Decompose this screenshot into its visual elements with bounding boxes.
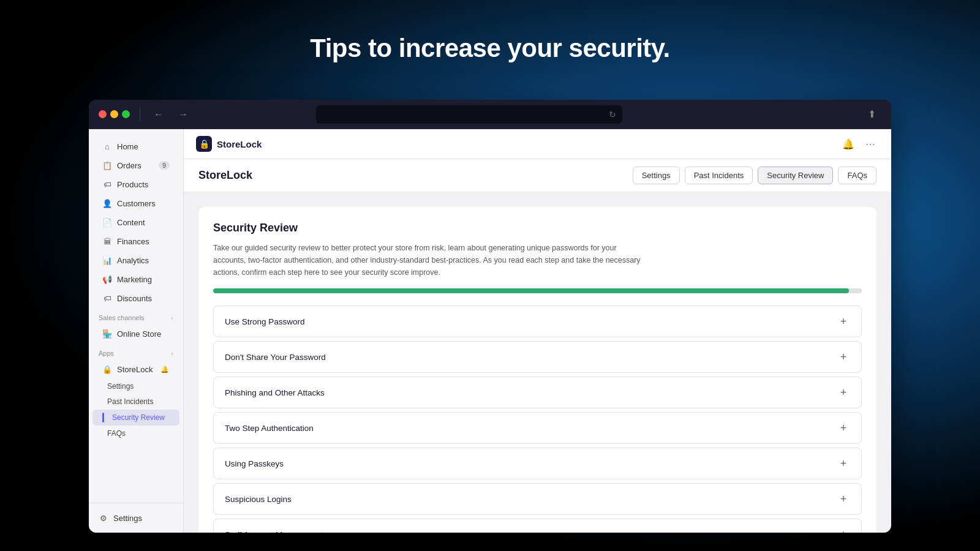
accordion-header-passkeys[interactable]: Using Passkeys + — [214, 448, 861, 479]
finances-icon: 🏛 — [102, 236, 112, 246]
accordion-header-staff-account[interactable]: Staff Account Management + — [214, 519, 861, 533]
app-logo: 🔒 StoreLock — [196, 136, 262, 152]
sidebar-item-label: Products — [117, 180, 148, 189]
page-header: StoreLock Settings Past Incidents Securi… — [184, 159, 891, 192]
sidebar-item-label: Finances — [117, 237, 149, 246]
accordion-expand-icon[interactable]: + — [837, 386, 850, 399]
security-review-title: Security Review — [213, 222, 862, 234]
settings-button[interactable]: Settings — [633, 167, 680, 184]
orders-icon: 📋 — [102, 160, 112, 170]
accordion-label: Phishing and Other Attacks — [225, 388, 325, 397]
accordion-expand-icon[interactable]: + — [837, 492, 850, 506]
sidebar-item-label: StoreLock — [117, 365, 153, 374]
sidebar-item-customers[interactable]: 👤 Customers — [92, 194, 179, 212]
accordion-header-dont-share-password[interactable]: Don't Share Your Password + — [214, 342, 861, 372]
accordion-expand-icon[interactable]: + — [837, 350, 850, 364]
apps-label: Apps — [99, 350, 114, 357]
sidebar-item-label: Home — [117, 142, 138, 151]
sidebar-item-label: Marketing — [117, 275, 152, 284]
sidebar-item-label: Online Store — [117, 329, 161, 339]
sidebar-settings[interactable]: ⚙ Settings — [89, 503, 183, 533]
sidebar-item-label: Orders — [117, 161, 141, 170]
sidebar-item-home[interactable]: ⌂ Home — [92, 137, 179, 156]
sales-channels-section: Sales channels › — [89, 308, 183, 324]
accordion-label: Suspicious Logins — [225, 495, 292, 504]
sidebar-item-products[interactable]: 🏷 Products — [92, 175, 179, 193]
gear-icon: ⚙ — [99, 513, 108, 523]
minimize-button[interactable] — [110, 110, 118, 118]
sidebar-item-label: Customers — [117, 199, 156, 208]
sidebar-sub-item-security-review[interactable]: Security Review — [92, 410, 179, 425]
products-icon: 🏷 — [102, 179, 112, 189]
settings-item[interactable]: ⚙ Settings — [99, 509, 173, 527]
accordion-item-two-step: Two Step Authentication + — [213, 412, 862, 444]
accordion-expand-icon[interactable]: + — [837, 315, 850, 328]
accordion-expand-icon[interactable]: + — [837, 457, 850, 470]
analytics-icon: 📊 — [102, 255, 112, 265]
sidebar-item-label: Content — [117, 218, 145, 227]
maximize-button[interactable] — [122, 110, 130, 118]
more-options-button[interactable]: ⋯ — [862, 135, 879, 152]
faqs-button[interactable]: FAQs — [838, 167, 876, 184]
apps-chevron[interactable]: › — [171, 350, 173, 357]
accordion-label: Staff Account Management — [225, 530, 324, 533]
sidebar-sub-item-past-incidents[interactable]: Past Incidents — [92, 394, 179, 409]
accordion-header-use-strong-password[interactable]: Use Strong Password + — [214, 306, 861, 337]
past-incidents-button[interactable]: Past Incidents — [685, 167, 753, 184]
logo-icon: 🔒 — [196, 136, 212, 152]
close-button[interactable] — [99, 110, 107, 118]
accordion-header-suspicious-logins[interactable]: Suspicious Logins + — [214, 484, 861, 514]
app-logo-name: StoreLock — [217, 139, 262, 149]
sidebar-item-marketing[interactable]: 📢 Marketing — [92, 270, 179, 288]
page-title: StoreLock — [198, 169, 252, 182]
sales-channels-chevron[interactable]: › — [171, 314, 173, 321]
sidebar-item-analytics[interactable]: 📊 Analytics — [92, 251, 179, 269]
past-incidents-label: Past Incidents — [107, 397, 153, 406]
back-button[interactable]: ← — [150, 106, 167, 123]
sidebar-sub-item-faqs[interactable]: FAQs — [92, 426, 179, 441]
accordion-header-phishing[interactable]: Phishing and Other Attacks + — [214, 377, 861, 408]
sidebar-item-online-store[interactable]: 🏪 Online Store — [92, 324, 179, 343]
accordion-item-use-strong-password: Use Strong Password + — [213, 305, 862, 337]
sidebar-item-finances[interactable]: 🏛 Finances — [92, 232, 179, 250]
accordion-expand-icon[interactable]: + — [837, 528, 850, 533]
forward-button[interactable]: → — [175, 106, 192, 123]
accordion-header-two-step[interactable]: Two Step Authentication + — [214, 413, 861, 443]
accordion-label: Two Step Authentication — [225, 424, 314, 433]
divider — [140, 108, 140, 121]
accordion-item-staff-account: Staff Account Management + — [213, 519, 862, 533]
sidebar: ⌂ Home 📋 Orders 9 🏷 Products 👤 Customers — [89, 129, 184, 533]
page-header-actions: Settings Past Incidents Security Review … — [633, 167, 876, 184]
reload-icon[interactable]: ↻ — [609, 110, 616, 119]
notification-button[interactable]: 🔔 — [840, 135, 857, 152]
sidebar-sub-item-settings[interactable]: Settings — [92, 379, 179, 394]
sidebar-item-label: Analytics — [117, 256, 149, 265]
sidebar-item-storelock[interactable]: 🔒 StoreLock 🔔 — [92, 360, 179, 378]
security-review-card: Security Review Take our guided security… — [198, 207, 876, 533]
accordion-expand-icon[interactable]: + — [837, 421, 850, 435]
apps-section: Apps › — [89, 343, 183, 359]
accordion-item-dont-share-password: Don't Share Your Password + — [213, 341, 862, 373]
share-button[interactable]: ⬆ — [863, 105, 881, 124]
home-icon: ⌂ — [102, 141, 112, 151]
sales-channels-label: Sales channels — [99, 314, 145, 321]
sidebar-item-discounts[interactable]: 🏷 Discounts — [92, 289, 179, 307]
app-header: 🔒 StoreLock 🔔 ⋯ — [184, 129, 891, 159]
sidebar-item-label: Discounts — [117, 294, 152, 303]
accordion-item-suspicious-logins: Suspicious Logins + — [213, 483, 862, 515]
security-review-button[interactable]: Security Review — [758, 167, 833, 184]
accordion-item-phishing: Phishing and Other Attacks + — [213, 377, 862, 408]
sidebar-item-content[interactable]: 📄 Content — [92, 213, 179, 231]
settings-item-label: Settings — [113, 514, 142, 523]
address-bar[interactable]: ↻ — [316, 105, 622, 124]
progress-bar-fill — [213, 288, 849, 293]
content-area: Security Review Take our guided security… — [184, 192, 891, 533]
app-header-right: 🔔 ⋯ — [840, 135, 879, 152]
accordion-item-passkeys: Using Passkeys + — [213, 448, 862, 479]
browser-chrome: ← → ↻ ⬆ — [89, 100, 891, 129]
sidebar-item-orders[interactable]: 📋 Orders 9 — [92, 156, 179, 174]
accordion-label: Use Strong Password — [225, 317, 305, 326]
accordion-label: Don't Share Your Password — [225, 353, 326, 362]
bell-icon: 🔔 — [160, 364, 170, 374]
accordion-list: Use Strong Password + Don't Share Your P… — [213, 305, 862, 533]
